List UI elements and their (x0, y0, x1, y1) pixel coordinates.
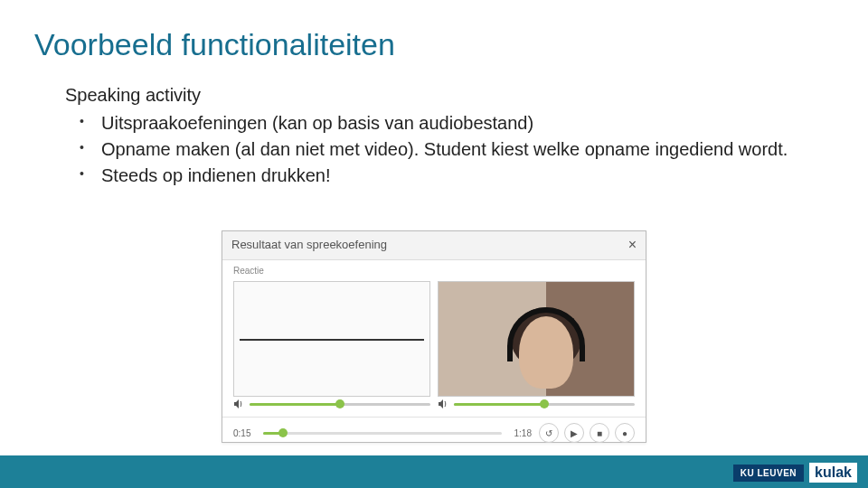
bullet-list: Uitspraakoefeningen (kan op basis van au… (65, 111, 825, 188)
speaker-icon (233, 399, 244, 409)
media-panels (222, 276, 646, 397)
play-button[interactable]: ▶ (564, 423, 584, 443)
volume-control-right[interactable] (438, 399, 635, 409)
slide-title: Voorbeeld functionaliteiten (34, 27, 395, 62)
volume-knob[interactable] (540, 399, 549, 408)
ku-leuven-logo: KU LEUVEN (733, 465, 804, 482)
stop-button[interactable]: ■ (590, 423, 609, 443)
transport-bar: 0:15 1:18 ↺ ▶ ■ ● (222, 418, 646, 443)
embedded-dialog: Resultaat van spreekoefening × Reactie (222, 230, 646, 443)
body-heading: Speaking activity (65, 83, 825, 108)
volume-knob[interactable] (335, 399, 344, 408)
speaker-icon (438, 399, 448, 409)
waveform-line (240, 339, 424, 341)
bullet-item: Steeds op indienen drukken! (87, 164, 825, 188)
volume-fill (454, 403, 544, 406)
time-total: 1:18 (514, 428, 532, 438)
footer-logos: KU LEUVEN kulak (733, 463, 857, 483)
timeline-knob[interactable] (278, 428, 288, 437)
bullet-item: Opname maken (al dan niet met video). St… (87, 137, 825, 162)
volume-track[interactable] (454, 403, 635, 406)
volume-fill (250, 403, 340, 406)
dialog-header: Resultaat van spreekoefening × (222, 231, 646, 260)
dialog-sub-label: Reactie (222, 260, 646, 276)
volume-row (222, 397, 646, 409)
kulak-logo: kulak (809, 463, 857, 483)
time-elapsed: 0:15 (233, 428, 250, 438)
volume-track[interactable] (250, 403, 430, 406)
slide: Voorbeeld functionaliteiten Speaking act… (0, 0, 868, 488)
slide-body: Speaking activity Uitspraakoefeningen (k… (65, 83, 825, 190)
close-icon[interactable]: × (628, 237, 637, 253)
audio-waveform-panel (233, 281, 430, 397)
volume-control-left[interactable] (233, 399, 430, 409)
transport-controls: ↺ ▶ ■ ● (539, 423, 635, 443)
timeline-track[interactable] (263, 432, 501, 435)
video-preview-panel (438, 281, 635, 397)
bullet-item: Uitspraakoefeningen (kan op basis van au… (87, 111, 825, 136)
dialog-title: Resultaat van spreekoefening (231, 238, 387, 251)
restart-button[interactable]: ↺ (539, 423, 559, 443)
record-button[interactable]: ● (615, 423, 635, 443)
